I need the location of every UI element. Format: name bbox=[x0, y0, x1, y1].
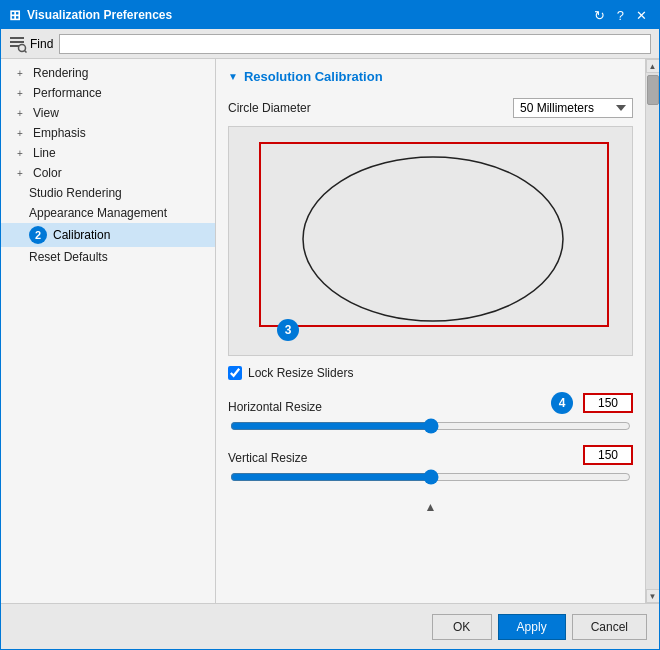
vertical-resize-label: Vertical Resize bbox=[228, 451, 307, 465]
expand-icon: + bbox=[17, 168, 29, 179]
scrollbar: ▲ ▼ bbox=[645, 59, 659, 603]
circle-diameter-select[interactable]: 50 Millimeters 25 Millimeters 100 Millim… bbox=[513, 98, 633, 118]
calibration-badge: 2 bbox=[29, 226, 47, 244]
sidebar-item-label: Rendering bbox=[33, 66, 88, 80]
title-bar-buttons: ↻ ? ✕ bbox=[590, 9, 651, 22]
dialog-icon: ⊞ bbox=[9, 7, 21, 23]
sidebar-item-emphasis[interactable]: + Emphasis bbox=[1, 123, 215, 143]
lock-resize-checkbox[interactable] bbox=[228, 366, 242, 380]
svg-rect-2 bbox=[10, 45, 19, 47]
close-button[interactable]: ✕ bbox=[632, 9, 651, 22]
sidebar-item-label: Line bbox=[33, 146, 56, 160]
svg-rect-1 bbox=[10, 41, 24, 43]
svg-point-3 bbox=[19, 44, 26, 51]
preview-area: 3 bbox=[228, 126, 633, 356]
expand-icon: + bbox=[17, 128, 29, 139]
bottom-bar: OK Apply Cancel bbox=[1, 603, 659, 649]
dialog-title: Visualization Preferences bbox=[27, 8, 172, 22]
vertical-resize-value: 150 bbox=[583, 445, 633, 465]
ok-button[interactable]: OK bbox=[432, 614, 492, 640]
scroll-down-button[interactable]: ▼ bbox=[646, 589, 660, 603]
sidebar-item-label: Reset Defaults bbox=[29, 250, 108, 264]
main-content: + Rendering + Performance + View + Empha… bbox=[1, 59, 659, 603]
scroll-arrow: ▲ bbox=[228, 496, 633, 518]
panel-with-scroll: ▼ Resolution Calibration Circle Diameter… bbox=[216, 59, 659, 603]
scroll-up-button[interactable]: ▲ bbox=[646, 59, 660, 73]
vertical-resize-slider[interactable] bbox=[230, 469, 631, 485]
find-icon bbox=[9, 35, 27, 53]
find-icon-wrapper: Find bbox=[9, 35, 53, 53]
horizontal-resize-value: 150 bbox=[583, 393, 633, 413]
badge-3: 3 bbox=[277, 319, 299, 341]
circle-preview bbox=[281, 147, 586, 332]
horizontal-resize-slider[interactable] bbox=[230, 418, 631, 434]
collapse-icon[interactable]: ▼ bbox=[228, 71, 238, 82]
sidebar-item-label: Studio Rendering bbox=[29, 186, 122, 200]
horizontal-slider-header: Horizontal Resize 4 150 bbox=[228, 392, 633, 414]
find-label: Find bbox=[30, 37, 53, 51]
sidebar-item-appearance-management[interactable]: Appearance Management bbox=[1, 203, 215, 223]
find-input[interactable] bbox=[59, 34, 651, 54]
refresh-button[interactable]: ↻ bbox=[590, 9, 609, 22]
expand-icon: + bbox=[17, 68, 29, 79]
circle-diameter-row: Circle Diameter 50 Millimeters 25 Millim… bbox=[228, 98, 633, 118]
svg-line-4 bbox=[25, 50, 27, 52]
sidebar-item-label: Emphasis bbox=[33, 126, 86, 140]
apply-button[interactable]: Apply bbox=[498, 614, 566, 640]
sidebar-item-label: Calibration bbox=[53, 228, 110, 242]
horizontal-resize-label: Horizontal Resize bbox=[228, 400, 322, 414]
sidebar-item-label: View bbox=[33, 106, 59, 120]
expand-icon: + bbox=[17, 88, 29, 99]
expand-icon: + bbox=[17, 148, 29, 159]
vertical-resize-section: Vertical Resize 150 bbox=[228, 445, 633, 488]
vertical-slider-header: Vertical Resize 150 bbox=[228, 445, 633, 465]
lock-resize-label: Lock Resize Sliders bbox=[248, 366, 353, 380]
help-button[interactable]: ? bbox=[613, 9, 628, 22]
section-header: ▼ Resolution Calibration bbox=[228, 69, 633, 88]
sidebar-item-label: Performance bbox=[33, 86, 102, 100]
visualization-preferences-dialog: ⊞ Visualization Preferences ↻ ? ✕ Find bbox=[0, 0, 660, 650]
find-bar: Find bbox=[1, 29, 659, 59]
cancel-button[interactable]: Cancel bbox=[572, 614, 647, 640]
svg-point-5 bbox=[303, 157, 563, 321]
sidebar-item-color[interactable]: + Color bbox=[1, 163, 215, 183]
circle-diameter-label: Circle Diameter bbox=[228, 101, 311, 115]
svg-rect-0 bbox=[10, 37, 24, 39]
section-title: Resolution Calibration bbox=[244, 69, 383, 84]
sidebar-item-studio-rendering[interactable]: Studio Rendering bbox=[1, 183, 215, 203]
expand-icon: + bbox=[17, 108, 29, 119]
sidebar-item-performance[interactable]: + Performance bbox=[1, 83, 215, 103]
lock-resize-row: Lock Resize Sliders bbox=[228, 366, 633, 380]
sidebar-item-view[interactable]: + View bbox=[1, 103, 215, 123]
right-panel: ▼ Resolution Calibration Circle Diameter… bbox=[216, 59, 645, 603]
sidebar-item-line[interactable]: + Line bbox=[1, 143, 215, 163]
sidebar-item-reset-defaults[interactable]: Reset Defaults bbox=[1, 247, 215, 267]
scroll-thumb[interactable] bbox=[647, 75, 659, 105]
title-bar: ⊞ Visualization Preferences ↻ ? ✕ bbox=[1, 1, 659, 29]
badge-4: 4 bbox=[551, 392, 573, 414]
sidebar-item-label: Appearance Management bbox=[29, 206, 167, 220]
sidebar-item-calibration[interactable]: 2 Calibration bbox=[1, 223, 215, 247]
horizontal-resize-section: Horizontal Resize 4 150 bbox=[228, 392, 633, 437]
sidebar-item-label: Color bbox=[33, 166, 62, 180]
sidebar: + Rendering + Performance + View + Empha… bbox=[1, 59, 216, 603]
sidebar-item-rendering[interactable]: + Rendering bbox=[1, 63, 215, 83]
title-bar-left: ⊞ Visualization Preferences bbox=[9, 7, 172, 23]
